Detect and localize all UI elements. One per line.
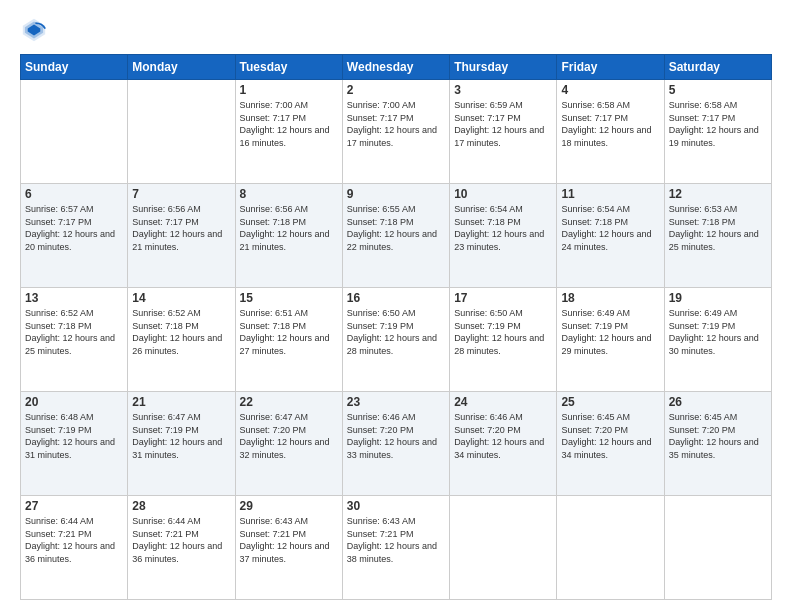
calendar-cell: 29Sunrise: 6:43 AM Sunset: 7:21 PM Dayli… <box>235 496 342 600</box>
day-number: 11 <box>561 187 659 201</box>
calendar-cell: 20Sunrise: 6:48 AM Sunset: 7:19 PM Dayli… <box>21 392 128 496</box>
day-info: Sunrise: 6:47 AM Sunset: 7:20 PM Dayligh… <box>240 411 338 461</box>
day-number: 15 <box>240 291 338 305</box>
day-info: Sunrise: 6:52 AM Sunset: 7:18 PM Dayligh… <box>25 307 123 357</box>
calendar-cell: 10Sunrise: 6:54 AM Sunset: 7:18 PM Dayli… <box>450 184 557 288</box>
weekday-header: Sunday <box>21 55 128 80</box>
calendar-cell: 17Sunrise: 6:50 AM Sunset: 7:19 PM Dayli… <box>450 288 557 392</box>
day-number: 29 <box>240 499 338 513</box>
calendar-cell <box>664 496 771 600</box>
calendar-cell: 14Sunrise: 6:52 AM Sunset: 7:18 PM Dayli… <box>128 288 235 392</box>
day-info: Sunrise: 6:54 AM Sunset: 7:18 PM Dayligh… <box>454 203 552 253</box>
day-info: Sunrise: 6:57 AM Sunset: 7:17 PM Dayligh… <box>25 203 123 253</box>
day-info: Sunrise: 6:46 AM Sunset: 7:20 PM Dayligh… <box>347 411 445 461</box>
day-info: Sunrise: 7:00 AM Sunset: 7:17 PM Dayligh… <box>240 99 338 149</box>
weekday-row: SundayMondayTuesdayWednesdayThursdayFrid… <box>21 55 772 80</box>
day-info: Sunrise: 6:54 AM Sunset: 7:18 PM Dayligh… <box>561 203 659 253</box>
weekday-header: Monday <box>128 55 235 80</box>
calendar-week-row: 1Sunrise: 7:00 AM Sunset: 7:17 PM Daylig… <box>21 80 772 184</box>
day-info: Sunrise: 6:58 AM Sunset: 7:17 PM Dayligh… <box>669 99 767 149</box>
calendar-cell: 24Sunrise: 6:46 AM Sunset: 7:20 PM Dayli… <box>450 392 557 496</box>
day-number: 27 <box>25 499 123 513</box>
calendar-cell: 26Sunrise: 6:45 AM Sunset: 7:20 PM Dayli… <box>664 392 771 496</box>
day-info: Sunrise: 6:49 AM Sunset: 7:19 PM Dayligh… <box>669 307 767 357</box>
weekday-header: Wednesday <box>342 55 449 80</box>
calendar-week-row: 13Sunrise: 6:52 AM Sunset: 7:18 PM Dayli… <box>21 288 772 392</box>
calendar-cell: 8Sunrise: 6:56 AM Sunset: 7:18 PM Daylig… <box>235 184 342 288</box>
day-number: 12 <box>669 187 767 201</box>
day-info: Sunrise: 6:56 AM Sunset: 7:18 PM Dayligh… <box>240 203 338 253</box>
calendar-cell: 1Sunrise: 7:00 AM Sunset: 7:17 PM Daylig… <box>235 80 342 184</box>
day-number: 7 <box>132 187 230 201</box>
day-number: 17 <box>454 291 552 305</box>
calendar-cell: 11Sunrise: 6:54 AM Sunset: 7:18 PM Dayli… <box>557 184 664 288</box>
calendar-cell: 22Sunrise: 6:47 AM Sunset: 7:20 PM Dayli… <box>235 392 342 496</box>
day-number: 5 <box>669 83 767 97</box>
day-number: 28 <box>132 499 230 513</box>
calendar-cell: 4Sunrise: 6:58 AM Sunset: 7:17 PM Daylig… <box>557 80 664 184</box>
calendar-header: SundayMondayTuesdayWednesdayThursdayFrid… <box>21 55 772 80</box>
day-number: 9 <box>347 187 445 201</box>
calendar-cell: 28Sunrise: 6:44 AM Sunset: 7:21 PM Dayli… <box>128 496 235 600</box>
day-info: Sunrise: 6:44 AM Sunset: 7:21 PM Dayligh… <box>25 515 123 565</box>
page: SundayMondayTuesdayWednesdayThursdayFrid… <box>0 0 792 612</box>
day-number: 30 <box>347 499 445 513</box>
weekday-header: Tuesday <box>235 55 342 80</box>
day-info: Sunrise: 6:51 AM Sunset: 7:18 PM Dayligh… <box>240 307 338 357</box>
calendar-cell: 21Sunrise: 6:47 AM Sunset: 7:19 PM Dayli… <box>128 392 235 496</box>
calendar-cell: 23Sunrise: 6:46 AM Sunset: 7:20 PM Dayli… <box>342 392 449 496</box>
day-number: 1 <box>240 83 338 97</box>
day-info: Sunrise: 6:45 AM Sunset: 7:20 PM Dayligh… <box>669 411 767 461</box>
day-number: 22 <box>240 395 338 409</box>
logo <box>20 16 52 44</box>
day-number: 4 <box>561 83 659 97</box>
calendar-cell: 16Sunrise: 6:50 AM Sunset: 7:19 PM Dayli… <box>342 288 449 392</box>
calendar-week-row: 20Sunrise: 6:48 AM Sunset: 7:19 PM Dayli… <box>21 392 772 496</box>
day-info: Sunrise: 6:43 AM Sunset: 7:21 PM Dayligh… <box>240 515 338 565</box>
calendar-body: 1Sunrise: 7:00 AM Sunset: 7:17 PM Daylig… <box>21 80 772 600</box>
day-info: Sunrise: 6:59 AM Sunset: 7:17 PM Dayligh… <box>454 99 552 149</box>
day-info: Sunrise: 6:58 AM Sunset: 7:17 PM Dayligh… <box>561 99 659 149</box>
calendar-cell: 27Sunrise: 6:44 AM Sunset: 7:21 PM Dayli… <box>21 496 128 600</box>
weekday-header: Thursday <box>450 55 557 80</box>
day-info: Sunrise: 6:44 AM Sunset: 7:21 PM Dayligh… <box>132 515 230 565</box>
calendar-cell: 2Sunrise: 7:00 AM Sunset: 7:17 PM Daylig… <box>342 80 449 184</box>
day-info: Sunrise: 6:45 AM Sunset: 7:20 PM Dayligh… <box>561 411 659 461</box>
calendar-cell: 9Sunrise: 6:55 AM Sunset: 7:18 PM Daylig… <box>342 184 449 288</box>
day-info: Sunrise: 6:49 AM Sunset: 7:19 PM Dayligh… <box>561 307 659 357</box>
day-number: 25 <box>561 395 659 409</box>
calendar-cell: 25Sunrise: 6:45 AM Sunset: 7:20 PM Dayli… <box>557 392 664 496</box>
day-info: Sunrise: 6:43 AM Sunset: 7:21 PM Dayligh… <box>347 515 445 565</box>
day-number: 6 <box>25 187 123 201</box>
day-info: Sunrise: 6:53 AM Sunset: 7:18 PM Dayligh… <box>669 203 767 253</box>
calendar-cell: 5Sunrise: 6:58 AM Sunset: 7:17 PM Daylig… <box>664 80 771 184</box>
day-number: 18 <box>561 291 659 305</box>
day-number: 8 <box>240 187 338 201</box>
header <box>20 16 772 44</box>
day-number: 24 <box>454 395 552 409</box>
day-info: Sunrise: 7:00 AM Sunset: 7:17 PM Dayligh… <box>347 99 445 149</box>
day-number: 20 <box>25 395 123 409</box>
calendar-cell: 18Sunrise: 6:49 AM Sunset: 7:19 PM Dayli… <box>557 288 664 392</box>
calendar-table: SundayMondayTuesdayWednesdayThursdayFrid… <box>20 54 772 600</box>
day-number: 14 <box>132 291 230 305</box>
day-number: 23 <box>347 395 445 409</box>
day-number: 19 <box>669 291 767 305</box>
calendar-week-row: 6Sunrise: 6:57 AM Sunset: 7:17 PM Daylig… <box>21 184 772 288</box>
day-info: Sunrise: 6:46 AM Sunset: 7:20 PM Dayligh… <box>454 411 552 461</box>
logo-icon <box>20 16 48 44</box>
day-number: 10 <box>454 187 552 201</box>
calendar-cell <box>21 80 128 184</box>
calendar-cell <box>450 496 557 600</box>
calendar-cell: 6Sunrise: 6:57 AM Sunset: 7:17 PM Daylig… <box>21 184 128 288</box>
calendar-cell <box>128 80 235 184</box>
day-number: 21 <box>132 395 230 409</box>
calendar-week-row: 27Sunrise: 6:44 AM Sunset: 7:21 PM Dayli… <box>21 496 772 600</box>
day-info: Sunrise: 6:48 AM Sunset: 7:19 PM Dayligh… <box>25 411 123 461</box>
calendar-cell: 12Sunrise: 6:53 AM Sunset: 7:18 PM Dayli… <box>664 184 771 288</box>
day-number: 3 <box>454 83 552 97</box>
calendar-cell: 19Sunrise: 6:49 AM Sunset: 7:19 PM Dayli… <box>664 288 771 392</box>
day-number: 13 <box>25 291 123 305</box>
calendar-cell: 3Sunrise: 6:59 AM Sunset: 7:17 PM Daylig… <box>450 80 557 184</box>
day-info: Sunrise: 6:47 AM Sunset: 7:19 PM Dayligh… <box>132 411 230 461</box>
